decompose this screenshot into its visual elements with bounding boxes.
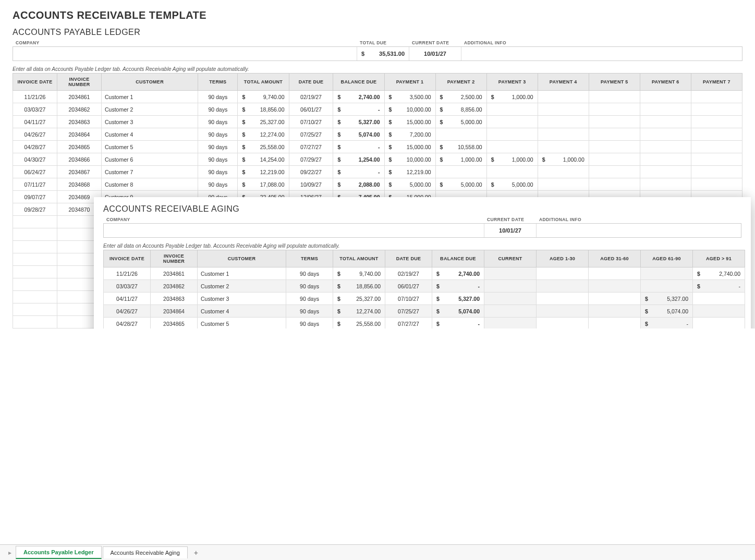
money-cell[interactable] [589,166,640,178]
money-cell[interactable] [640,178,691,191]
money-cell[interactable] [484,267,537,280]
money-cell[interactable] [589,318,641,329]
cell[interactable]: 06/01/27 [385,280,432,293]
money-cell[interactable] [537,280,589,293]
money-cell[interactable] [640,153,691,166]
money-cell[interactable] [640,141,691,153]
additional-info-field[interactable] [461,47,742,60]
money-cell[interactable] [538,166,589,178]
cell[interactable]: Customer 5 [101,141,198,153]
cell[interactable]: 02/19/27 [385,267,432,280]
money-cell[interactable] [589,103,640,116]
money-cell[interactable]: $10,000.00 [384,103,435,116]
money-cell[interactable] [589,267,641,280]
cell[interactable]: 90 days [198,141,238,153]
money-cell[interactable] [484,318,537,329]
money-cell[interactable] [538,116,589,128]
money-cell[interactable]: $- [432,280,484,293]
cell[interactable]: 09/28/27 [13,203,57,216]
cell[interactable]: 04/11/27 [104,293,151,305]
money-cell[interactable] [537,305,589,318]
cell[interactable]: Customer 3 [198,293,286,305]
money-cell[interactable]: $15,000.00 [384,141,435,153]
cell[interactable]: Customer 4 [198,305,286,318]
money-cell[interactable] [538,178,589,191]
money-cell[interactable]: $17,088.00 [238,178,289,191]
money-cell[interactable]: $12,274.00 [238,128,289,141]
money-cell[interactable] [693,293,745,305]
money-cell[interactable]: $2,740.00 [432,267,484,280]
money-cell[interactable] [537,293,589,305]
cell[interactable] [13,266,57,278]
money-cell[interactable] [486,103,538,116]
cell[interactable]: 90 days [198,116,238,128]
cell[interactable]: 2034865 [57,141,101,153]
money-cell[interactable] [641,267,693,280]
cell[interactable]: 90 days [286,280,333,293]
cell[interactable]: 90 days [198,166,238,178]
money-cell[interactable] [538,91,589,103]
cell[interactable]: 2034861 [57,91,101,103]
cell[interactable]: 07/11/27 [13,178,57,191]
money-cell[interactable]: $18,856.00 [333,280,385,293]
money-cell[interactable] [484,293,537,305]
cell[interactable]: Customer 3 [101,116,198,128]
money-cell[interactable] [640,103,691,116]
money-cell[interactable] [589,116,640,128]
cell[interactable]: 07/10/27 [289,116,333,128]
money-cell[interactable] [691,141,742,153]
cell[interactable]: Customer 6 [101,153,198,166]
money-cell[interactable] [589,141,640,153]
cell[interactable] [13,278,57,291]
money-cell[interactable]: $5,074.00 [641,305,693,318]
money-cell[interactable]: $5,327.00 [333,116,384,128]
money-cell[interactable]: $8,856.00 [435,103,486,116]
money-cell[interactable] [589,178,640,191]
cell[interactable]: 2034862 [57,103,101,116]
money-cell[interactable]: $12,274.00 [333,305,385,318]
money-cell[interactable]: $10,558.00 [435,141,486,153]
money-cell[interactable]: $1,000.00 [435,153,486,166]
money-cell[interactable] [693,318,745,329]
money-cell[interactable]: $7,200.00 [384,128,435,141]
money-cell[interactable]: $12,219.00 [384,166,435,178]
money-cell[interactable]: $25,327.00 [238,116,289,128]
money-cell[interactable] [640,166,691,178]
cell[interactable]: 04/26/27 [13,128,57,141]
cell[interactable]: 2034864 [57,128,101,141]
cell[interactable]: 90 days [286,305,333,318]
money-cell[interactable] [486,116,538,128]
money-cell[interactable] [640,116,691,128]
money-cell[interactable] [641,280,693,293]
money-cell[interactable] [693,305,745,318]
cell[interactable]: 2034865 [151,318,198,329]
money-cell[interactable]: $- [641,318,693,329]
money-cell[interactable]: $5,000.00 [384,178,435,191]
cell[interactable]: 07/29/27 [289,153,333,166]
money-cell[interactable] [435,128,486,141]
cell[interactable]: 07/27/27 [289,141,333,153]
money-cell[interactable]: $5,000.00 [435,178,486,191]
cell[interactable]: 90 days [198,178,238,191]
money-cell[interactable]: $1,000.00 [538,153,589,166]
cell[interactable] [13,228,57,241]
cell[interactable]: 06/01/27 [289,103,333,116]
cell[interactable]: 04/28/27 [13,141,57,153]
cell[interactable]: 90 days [198,91,238,103]
cell[interactable]: 04/28/27 [104,318,151,329]
money-cell[interactable]: $9,740.00 [238,91,289,103]
cell[interactable]: 04/30/27 [13,153,57,166]
cell[interactable]: 2034867 [57,166,101,178]
money-cell[interactable] [538,103,589,116]
cell[interactable]: 90 days [198,128,238,141]
money-cell[interactable]: $25,558.00 [238,141,289,153]
money-cell[interactable]: $1,254.00 [333,153,384,166]
cell[interactable]: 11/21/26 [104,267,151,280]
money-cell[interactable]: $15,000.00 [384,116,435,128]
money-cell[interactable] [691,153,742,166]
money-cell[interactable] [486,128,538,141]
money-cell[interactable] [589,293,641,305]
money-cell[interactable] [691,166,742,178]
cell[interactable]: Customer 2 [198,280,286,293]
money-cell[interactable]: $2,740.00 [693,267,745,280]
